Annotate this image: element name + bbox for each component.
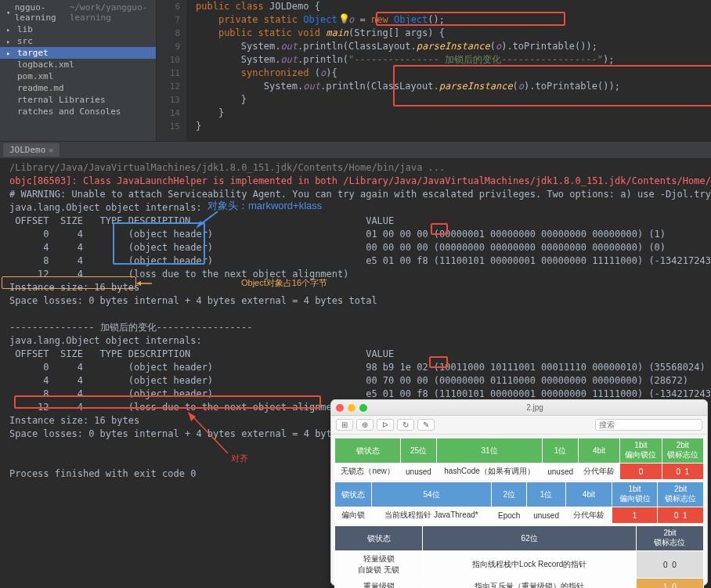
code-line[interactable]: public static void main(String[] args) { xyxy=(196,27,620,40)
console-line: /Library/Java/JavaVirtualMachines/jdk1.8… xyxy=(9,161,702,175)
tree-item[interactable]: readme.md xyxy=(0,82,156,94)
tree-item[interactable]: ▸lib xyxy=(0,23,156,35)
toolbar-button[interactable]: ↻ xyxy=(397,419,414,431)
preview-toolbar: ⊞ ⊕ ᐅ ↻ ✎ xyxy=(331,416,707,435)
annotation-box xyxy=(431,223,448,235)
code-line[interactable]: } xyxy=(196,106,620,120)
svg-line-4 xyxy=(191,415,228,453)
console-line: 4 4 (object header) 00 70 00 00 (0000000… xyxy=(9,374,702,388)
tree-item[interactable]: ▸target xyxy=(0,47,156,59)
search-input[interactable] xyxy=(595,419,702,431)
tree-item[interactable]: ▸src xyxy=(0,35,156,47)
project-root[interactable]: ▾ ngguo-learning ~/work/yangguo-learning xyxy=(0,2,156,23)
console-line: OFFSET SIZE TYPE DESCRIPTION VALUE xyxy=(9,348,702,361)
lock-table: 锁状态25位31位1位4bit1bit偏向锁位2bit锁标志位无锁态（new）u… xyxy=(334,438,704,480)
tree-item[interactable]: logback.xml xyxy=(0,59,156,70)
window-title: 2.jpg xyxy=(367,403,702,412)
close-icon[interactable]: ✕ xyxy=(49,146,53,154)
svg-marker-5 xyxy=(188,412,196,421)
annotation-box xyxy=(2,276,136,289)
code-editor[interactable]: 💡 6789101112131415 public class JOLDemo … xyxy=(157,0,711,141)
code-line[interactable]: System.out.println(ClassLayout.parseInst… xyxy=(196,40,620,53)
annotation-box xyxy=(113,222,205,265)
tab-label: JOLDemo xyxy=(9,145,45,155)
lock-table: 锁状态62位2bit锁标志位轻量级锁自旋锁 无锁指向线程栈中Lock Recor… xyxy=(334,525,704,588)
minimize-icon[interactable] xyxy=(348,404,356,412)
toolbar-button[interactable]: ✎ xyxy=(417,419,435,431)
tree-item[interactable]: pom.xml xyxy=(0,70,156,82)
annotation-box xyxy=(393,65,711,106)
tree-item[interactable]: rternal Libraries xyxy=(0,94,156,106)
run-tab-bar: JOLDemo ✕ xyxy=(0,141,711,158)
preview-content: 锁状态25位31位1位4bit1bit偏向锁位2bit锁标志位无锁态（new）u… xyxy=(331,435,707,588)
window-titlebar[interactable]: 2.jpg xyxy=(331,400,707,416)
run-tab[interactable]: JOLDemo ✕ xyxy=(3,143,60,157)
code-line[interactable]: } xyxy=(196,120,620,133)
console-line: objc[86503]: Class JavaLaunchHelper is i… xyxy=(9,175,702,188)
toolbar-button[interactable]: ᐅ xyxy=(377,419,394,431)
annotation-box xyxy=(429,356,448,368)
console-line: java.lang.Object object internals: xyxy=(9,201,702,215)
console-line: 0 4 (object header) 98 b9 1e 02 (1001100… xyxy=(9,361,702,374)
console-line: Space losses: 0 bytes internal + 4 bytes… xyxy=(9,294,702,308)
gutter: 6789101112131415 xyxy=(157,0,186,141)
console-line: java.lang.Object object internals: xyxy=(9,334,702,348)
toolbar-button[interactable]: ⊞ xyxy=(336,419,353,431)
arrow-icon xyxy=(136,280,153,287)
svg-marker-3 xyxy=(136,281,141,286)
maximize-icon[interactable] xyxy=(359,404,367,412)
console-line: # WARNING: Unable to attach Serviceabili… xyxy=(9,188,702,201)
preview-window: 2.jpg ⊞ ⊕ ᐅ ↻ ✎ 锁状态25位31位1位4bit1bit偏向锁位2… xyxy=(330,399,708,586)
close-icon[interactable] xyxy=(336,404,344,412)
project-tree[interactable]: ▾ ngguo-learning ~/work/yangguo-learning… xyxy=(0,0,157,141)
toolbar-button[interactable]: ⊕ xyxy=(356,419,374,431)
lock-table: 锁状态54位2位1位4bit1bit偏向锁位2bit锁标志位偏向锁当前线程指针 … xyxy=(334,482,704,524)
annotation-box xyxy=(14,395,321,409)
console-line xyxy=(9,308,702,321)
tree-item[interactable]: ratches and Consoles xyxy=(0,106,156,117)
annotation-text: 对象头：markword+klass xyxy=(208,199,322,212)
annotation-text: Object对象占16个字节 xyxy=(241,276,327,290)
annotation-text: 对齐 xyxy=(231,452,248,465)
chevron-down-icon: ▾ xyxy=(6,9,12,16)
console-line: --------------- 加锁后的变化----------------- xyxy=(9,321,702,334)
annotation-box xyxy=(376,12,565,26)
arrow-icon xyxy=(185,410,232,457)
